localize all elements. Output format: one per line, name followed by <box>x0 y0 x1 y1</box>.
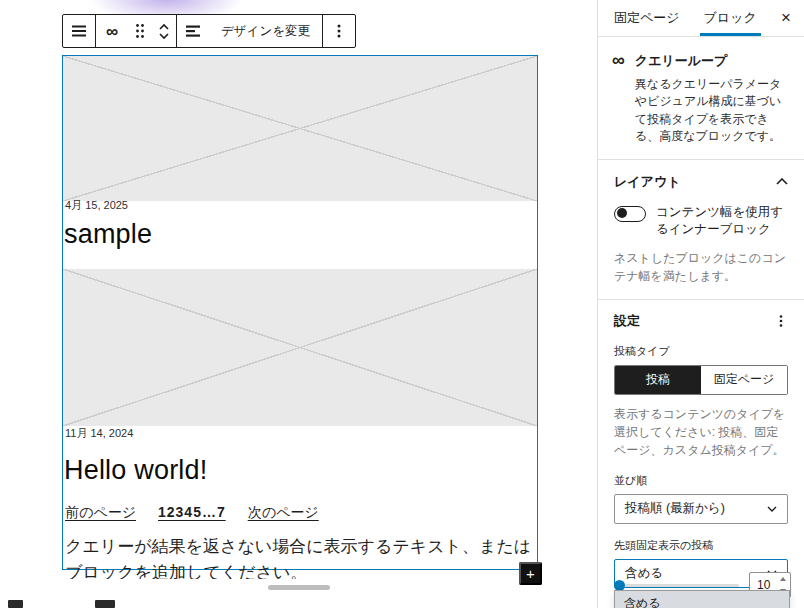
select-parent-block-button[interactable] <box>63 15 95 47</box>
chevron-up-icon <box>776 178 788 185</box>
layout-panel-title: レイアウト <box>614 173 681 191</box>
chevron-down-icon <box>767 506 777 512</box>
settings-header: 設定 <box>614 312 788 330</box>
close-icon: × <box>781 8 791 28</box>
featured-image-placeholder[interactable] <box>63 269 537 426</box>
drag-handle[interactable] <box>128 15 152 47</box>
chevron-up-icon <box>158 23 170 31</box>
page-numbers[interactable]: 12345…7 <box>158 504 226 522</box>
clipped-text-fragment <box>95 600 115 608</box>
post-type-help-text: 表示するコンテンツのタイプを選択してください: 投稿、固定ページ、カスタム投稿タ… <box>614 405 788 459</box>
content-width-toggle-label: コンテンツ幅を使用するインナーブロック <box>656 204 788 239</box>
block-toolbar: ∞ デザインを変更 <box>62 14 356 48</box>
change-design-button[interactable]: デザインを変更 <box>209 15 322 47</box>
content-width-toggle[interactable] <box>614 206 646 222</box>
layout-help-text: ネストしたブロックはこのコンテナ幅を満たします。 <box>614 249 788 285</box>
post-date[interactable]: 11月 14, 2024 <box>65 426 133 441</box>
query-loop-block[interactable]: 4月 15, 2025 sample 11月 14, 2024 Hello wo… <box>62 55 538 570</box>
block-card: ∞ クエリーループ 異なるクエリーパラメータやビジュアル構成に基づいて投稿タイプ… <box>598 37 804 160</box>
next-page-link[interactable]: 次のページ <box>248 504 319 522</box>
previous-page-link[interactable]: 前のページ <box>65 504 136 522</box>
options-button[interactable] <box>323 15 355 47</box>
block-card-body: クエリーループ 異なるクエリーパラメータやビジュアル構成に基づいて投稿タイプを表… <box>635 52 790 146</box>
inner-blocks-toggle-row: コンテンツ幅を使用するインナーブロック <box>614 204 788 239</box>
layout-panel: レイアウト コンテンツ幅を使用するインナーブロック ネストしたブロックはこのコン… <box>598 160 804 300</box>
sticky-option-include[interactable]: 含める <box>615 591 789 608</box>
chevron-down-icon <box>158 32 170 40</box>
layout-panel-header[interactable]: レイアウト <box>614 173 788 191</box>
block-card-description: 異なるクエリーパラメータやビジュアル構成に基づいて投稿タイプを表示できる、高度な… <box>635 76 790 146</box>
ellipsis-vertical-icon <box>331 23 347 39</box>
block-switcher-button[interactable]: ∞ <box>96 15 128 47</box>
no-results-text[interactable]: クエリーが結果を返さない場合に表示するテキスト、またはブロックを追加してください… <box>65 534 533 585</box>
sidebar-tabs: 固定ページ ブロック × <box>598 0 804 37</box>
order-label: 並び順 <box>614 473 788 488</box>
tab-page[interactable]: 固定ページ <box>602 0 692 36</box>
order-select[interactable]: 投稿順 (最新から) <box>614 494 788 524</box>
block-card-title: クエリーループ <box>635 52 790 70</box>
list-lines-icon <box>70 22 88 40</box>
drag-dots-icon <box>134 22 146 40</box>
horizontal-scrollbar[interactable] <box>268 585 330 590</box>
post-title[interactable]: sample <box>64 219 152 250</box>
query-loop-icon: ∞ <box>106 23 118 40</box>
post-type-toggle-group: 投稿 固定ページ <box>614 365 788 395</box>
post-date[interactable]: 4月 15, 2025 <box>65 198 128 213</box>
sticky-dropdown-list: 含める 無視 除外 限定 <box>614 590 790 608</box>
stepper-up-icon <box>780 577 786 581</box>
align-button[interactable] <box>177 15 209 47</box>
post-type-option-posts[interactable]: 投稿 <box>615 366 701 394</box>
featured-image-placeholder[interactable] <box>63 56 537 201</box>
settings-title: 設定 <box>614 312 640 330</box>
clipped-text-fragment <box>8 600 23 608</box>
canvas-clip-mask <box>0 579 597 608</box>
post-type-option-pages[interactable]: 固定ページ <box>701 366 787 394</box>
settings-panel: 設定 投稿タイプ 投稿 固定ページ 表示するコンテンツのタイプを選択してください… <box>598 300 804 600</box>
block-inserter-button[interactable]: + <box>519 562 542 585</box>
items-per-page-slider[interactable] <box>614 584 739 587</box>
sticky-posts-label: 先頭固定表示の投稿 <box>614 538 788 553</box>
pagination: 前のページ 12345…7 次のページ <box>65 504 319 522</box>
settings-sidebar: 固定ページ ブロック × ∞ クエリーループ 異なるクエリーパラメータやビジュア… <box>597 0 804 608</box>
tab-block[interactable]: ブロック <box>692 0 769 36</box>
query-loop-icon: ∞ <box>612 51 625 146</box>
alignment-icon <box>184 22 202 40</box>
close-sidebar-button[interactable]: × <box>772 0 800 36</box>
block-mover-buttons[interactable] <box>152 15 176 47</box>
ellipsis-vertical-icon[interactable] <box>774 314 788 328</box>
post-type-label: 投稿タイプ <box>614 344 788 359</box>
post-title[interactable]: Hello world! <box>64 455 207 486</box>
order-select-value: 投稿順 (最新から) <box>625 500 725 517</box>
